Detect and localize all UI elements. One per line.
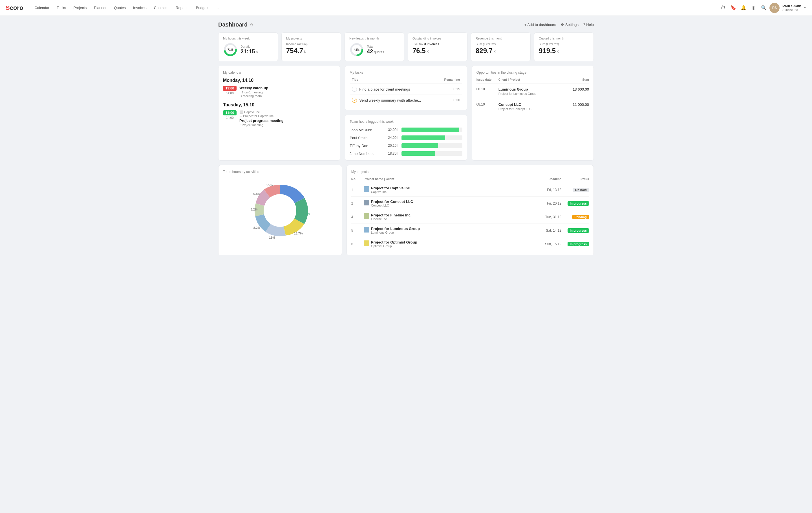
proj-icon-3 (364, 227, 369, 233)
proj-status-3: In progress (568, 228, 589, 233)
nav-reports[interactable]: Reports (172, 4, 192, 11)
bookmark-icon-btn[interactable]: 🔖 (729, 3, 738, 12)
stat-unit: K (493, 50, 496, 54)
cal-date-monday: Monday, 14.10 (223, 78, 336, 83)
task-row-1[interactable]: ✓ Send weekly summary (with attache... 0… (350, 95, 462, 106)
settings-btn[interactable]: ⚙ Settings (561, 23, 579, 27)
stats-row: My hours this week 71% Duration 21:15 h (218, 32, 594, 61)
project-row-2[interactable]: 4 Project for Fineline Inc. Fineline Inc… (351, 210, 589, 224)
stat-value: 42 (367, 48, 373, 55)
opp-col-sum: Sum (563, 78, 589, 81)
member-hours-2: 20:15 h (383, 144, 399, 147)
proj-name-4: Project for Optimist Group (371, 240, 417, 244)
stat-unit: K (304, 50, 307, 54)
opp-row-1[interactable]: 08.10 Concept LLC Project for Concept LL… (476, 99, 589, 114)
task-title-0: Find a place for client meetings (359, 87, 410, 91)
stat-card-projects: My projects Income (actual) 754.7 K (281, 32, 341, 61)
cal-event-1[interactable]: 11:00 14:00 ⬜ Captive Inc. ▭ Project for… (223, 110, 336, 127)
logo[interactable]: S coro (6, 4, 23, 11)
proj-client-2: Fineline Inc. (371, 217, 412, 221)
svg-text:6.8%: 6.8% (254, 192, 261, 195)
stat-unit: K (427, 50, 429, 54)
stat-unit: quotes (374, 50, 384, 54)
member-bar-1 (402, 135, 462, 140)
stat-card-quoted: Quoted this month Sum (Excl tax) 919.5 K (534, 32, 594, 61)
nav-calendar[interactable]: Calendar (31, 4, 53, 11)
project-row-3[interactable]: 5 Project for Luminous Group Luminous Gr… (351, 224, 589, 237)
team-hours-card: Team hours logged this week John McDunn … (345, 115, 467, 161)
project-row-1[interactable]: 2 Project for Concept LLC Concept LLC Fr… (351, 197, 589, 210)
dashboard-header: Dashboard ⚙ + Add to dashboard ⚙ Setting… (218, 22, 594, 28)
user-chevron-icon[interactable]: ▼ (804, 6, 806, 9)
member-name-2: Tiffany Doe (350, 144, 381, 148)
nav-invoices[interactable]: Invoices (130, 4, 150, 11)
nav-more[interactable]: ... (213, 4, 223, 11)
event-title: Weekly catch-up (239, 86, 268, 90)
event-time-badge: 13:00 (223, 86, 236, 91)
filter-icon[interactable]: ⚙ (250, 23, 254, 27)
opportunities-title: Opportunities in the closing stage (476, 71, 589, 75)
team-member-2: Tiffany Doe 20:15 h (350, 143, 462, 148)
stat-value: 829.7 (476, 47, 493, 55)
member-bar-3 (402, 151, 462, 156)
avatar[interactable]: PS (770, 3, 780, 13)
proj-status-2: Pending (572, 215, 589, 219)
stat-sub: Income (actual) (286, 42, 336, 46)
project-row-0[interactable]: 1 Project for Captive Inc. Captive Inc. … (351, 183, 589, 197)
stat-card-revenue: Revenue this month Sum (Excl tax) 829.7 … (471, 32, 531, 61)
member-bar-2 (402, 143, 462, 148)
opportunities-card: Opportunities in the closing stage Issue… (472, 66, 594, 161)
nav-projects[interactable]: Projects (70, 4, 90, 11)
proj-deadline-2: Tue, 31.12 (533, 215, 561, 219)
cal-date-tuesday: Tuesday, 15.10 (223, 102, 336, 108)
notification-icon-btn[interactable]: 🔔 (739, 3, 748, 12)
timer-icon-btn[interactable]: ⏱ (719, 3, 728, 12)
proj-client-3: Luminous Group (371, 231, 420, 234)
cal-event-0[interactable]: 13:00 14:00 Weekly catch-up ↑ 1-on-1 mee… (223, 86, 336, 98)
pie-chart-card: Team hours by activities 24.7% 1 (218, 165, 342, 255)
svg-text:8.2%: 8.2% (254, 226, 261, 230)
stat-label: Outstanding invoices (412, 37, 463, 40)
project-row-4[interactable]: 6 Project for Optimist Group Optimist Gr… (351, 237, 589, 250)
opp-project-1: Project for Concept LLC (498, 107, 561, 111)
add-icon-btn[interactable]: ⊕ (749, 3, 758, 12)
nav-quotes[interactable]: Quotes (111, 4, 129, 11)
stat-card-invoices: Outstanding invoices Excl tax 3 invoices… (408, 32, 467, 61)
nav-contacts[interactable]: Contacts (150, 4, 172, 11)
nav-planner[interactable]: Planner (90, 4, 110, 11)
stat-sub: Total (367, 45, 384, 48)
proj-deadline-0: Fri, 13.12 (533, 188, 561, 192)
proj-name-0: Project for Captive Inc. (371, 186, 411, 190)
event-title-2: Project progress meeting (239, 118, 284, 123)
opp-project-0: Project for Luminous Group (498, 92, 561, 96)
svg-text:11%: 11% (269, 236, 275, 239)
proj-no-3: 5 (351, 228, 361, 233)
projects-card: My projects No. Project name | Client De… (347, 165, 594, 255)
nav-budgets[interactable]: Budgets (193, 4, 213, 11)
nav-links: Calendar Tasks Projects Planner Quotes I… (31, 4, 719, 11)
task-row-0[interactable]: Find a place for client meetings 00:15 (350, 84, 462, 95)
opp-row-0[interactable]: 08.10 Luminous Group Project for Luminou… (476, 84, 589, 99)
help-btn[interactable]: ? Help (583, 23, 594, 27)
event-end-time: 14:00 (226, 91, 234, 95)
event-type-2: ↑ Project meeting (239, 123, 284, 127)
add-to-dashboard-btn[interactable]: + Add to dashboard (524, 23, 556, 27)
user-info[interactable]: Paul Smith Sunrise Ltd (782, 4, 801, 11)
proj-client-0: Captive Inc. (371, 190, 411, 194)
search-icon-btn[interactable]: 🔍 (759, 3, 768, 12)
proj-icon-1 (364, 200, 369, 206)
nav-tasks[interactable]: Tasks (53, 4, 69, 11)
stat-sub: Duration (240, 45, 258, 48)
main-content: My calendar Monday, 14.10 13:00 14:00 We… (218, 66, 594, 161)
task-check-0[interactable] (352, 87, 357, 92)
stat-value: 754.7 (286, 47, 303, 55)
stat-label: My hours this week (223, 37, 273, 40)
opp-date-0: 08.10 (476, 87, 496, 96)
proj-status-4: In progress (568, 242, 589, 246)
task-check-1[interactable]: ✓ (352, 98, 357, 103)
svg-point-13 (264, 194, 296, 227)
pie-chart-svg: 24.7% 16.4% 13.7% 11% 8.2% (249, 180, 311, 242)
calendar-title: My calendar (223, 71, 336, 75)
nav-icons: ⏱ 🔖 🔔 ⊕ 🔍 PS Paul Smith Sunrise Ltd ▼ (719, 3, 806, 13)
member-hours-0: 32:00 h (383, 128, 399, 132)
